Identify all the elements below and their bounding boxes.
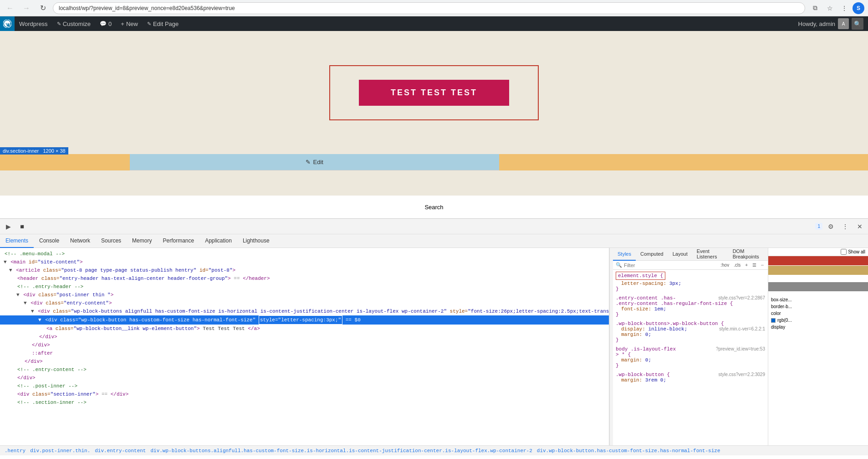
close-btn[interactable]: ✕ (853, 220, 866, 233)
triangle-icon[interactable] (31, 309, 34, 314)
dom-line: ::after (0, 349, 609, 357)
hov-btn[interactable]: :hov (719, 262, 730, 268)
dom-line: <div class="entry-content"> (0, 299, 609, 307)
tab-network[interactable]: Network (65, 234, 96, 248)
edit-button[interactable]: ✎ Edit (299, 159, 330, 165)
dom-line: <!-- .section-inner --> (0, 398, 609, 407)
add-style-btn[interactable]: + (744, 262, 749, 268)
preview-box: TEST TEST TEST (329, 65, 539, 120)
elements-panel[interactable]: <!-- .menu-modal --> <main id="site-cont… (0, 248, 609, 445)
triangle-icon[interactable] (38, 317, 41, 323)
triangle-icon[interactable] (24, 300, 27, 306)
edit-bar-container: ✎ Edit (0, 154, 868, 170)
cls-btn[interactable]: .cls (732, 262, 742, 268)
color-swatch (771, 318, 776, 323)
inspector-tool-btn[interactable]: ▶ (2, 220, 15, 233)
highlighted-rule: element.style { (616, 272, 665, 280)
dom-line: <!-- .post-inner --> (0, 382, 609, 390)
tab-styles[interactable]: Styles (613, 248, 636, 261)
tab-memory[interactable]: Memory (127, 234, 157, 248)
url-text: localhost/wp/?preview_id=8&preview_nonce… (59, 5, 235, 11)
style-rule-element: element.style { letter-spacing: 3px; } (616, 272, 765, 292)
dom-line-selected[interactable]: <div class="wp-block-button has-custom-f… (0, 315, 609, 325)
styles-panel-tabs: Styles Computed Layout Event Listeners D… (613, 248, 768, 261)
main-content: TEST TEST TEST div.section-inner 1200 × … (0, 31, 868, 154)
color-val-row: rgb(0... (768, 317, 868, 324)
dom-line: <div class="section-inner"> == </div> (0, 390, 609, 398)
bc-post-inner[interactable]: div.post-inner.thin. (28, 448, 92, 454)
tab-event-listeners[interactable]: Event Listeners (692, 248, 728, 261)
triangle-icon[interactable] (16, 292, 20, 298)
border-row: border-b... (768, 303, 868, 310)
browser-chrome: ← → ↻ localhost/wp/?preview_id=8&preview… (0, 0, 868, 16)
address-bar[interactable]: localhost/wp/?preview_id=8&preview_nonce… (53, 2, 805, 14)
edit-bar: ✎ Edit (130, 154, 499, 170)
howdy-text: Howdy, admin (798, 21, 835, 27)
customize-item[interactable]: ✎ Customize (52, 16, 95, 31)
scroll-indicator[interactable] (609, 248, 613, 445)
bc-entry-content[interactable]: div.entry-content (93, 448, 148, 454)
tab-elements[interactable]: Elements (0, 234, 34, 248)
customize-label: Customize (63, 21, 91, 27)
style-rule-wp-block-btn: .wp-block-button { style.css?ver=2.2:302… (616, 372, 765, 383)
show-all-checkbox[interactable] (841, 249, 847, 255)
tab-dom-breakpoints[interactable]: DOM Breakpoints (728, 248, 768, 261)
breadcrumb-bar: .hentry div.post-inner.thin. div.entry-c… (0, 445, 868, 455)
edit-pencil-icon: ✎ (306, 159, 311, 165)
tab-application[interactable]: Application (199, 234, 237, 248)
edit-page-item[interactable]: ✎ Edit Page (143, 16, 183, 31)
admin-avatar[interactable]: A (838, 18, 849, 29)
dom-line: <main id="site-content"> (0, 258, 609, 266)
dom-line: </div> (0, 374, 609, 382)
triangle-icon[interactable] (9, 268, 12, 273)
tab-console[interactable]: Console (34, 234, 65, 248)
bc-wp-button[interactable]: div.wp-block-button.has-custom-font-size… (535, 448, 722, 454)
wordpress-label: Wordpress (19, 21, 48, 27)
style-block: margin: 3rem 0; (616, 377, 765, 383)
filter-input[interactable] (624, 263, 717, 268)
menu-button[interactable]: ⋮ (838, 2, 851, 15)
bookmark-button[interactable]: ☆ (823, 2, 836, 15)
search-icon[interactable]: 🔍 (852, 18, 863, 30)
tab-layout[interactable]: Layout (668, 248, 692, 261)
bc-hentry[interactable]: .hentry (3, 448, 27, 454)
edit-page-label: Edit Page (153, 21, 179, 27)
box-size-row: box-size... (768, 296, 868, 303)
color-label: color (771, 311, 781, 316)
more-style-btn[interactable]: ☰ (751, 262, 758, 268)
show-all-row: Show all (768, 248, 868, 256)
new-item[interactable]: + New (116, 16, 143, 31)
test-button[interactable]: TEST TEST TEST (359, 80, 509, 106)
triangle-icon[interactable] (4, 259, 7, 265)
tab-performance[interactable]: Performance (157, 234, 199, 248)
copy-style-btn[interactable]: ⎓ (760, 262, 765, 268)
forward-button[interactable]: → (20, 2, 33, 15)
device-tool-btn[interactable]: ◾ (15, 220, 28, 233)
more-tools-btn[interactable]: ⋮ (839, 220, 852, 233)
profile-avatar[interactable]: S (853, 2, 864, 14)
tab-sources[interactable]: Sources (96, 234, 127, 248)
extensions-button[interactable]: ⧉ (809, 2, 822, 15)
edit-bar-right-orange (499, 154, 868, 170)
browser-icons: ⧉ ☆ ⋮ S (809, 2, 864, 15)
comments-item[interactable]: 💬 0 (95, 16, 116, 31)
wordpress-item[interactable]: Wordpress (15, 16, 52, 31)
back-button[interactable]: ← (4, 2, 16, 15)
settings-btn[interactable]: ⚙ (824, 220, 837, 233)
tab-computed[interactable]: Computed (636, 248, 668, 261)
display-label: display (771, 325, 785, 330)
wp-admin-bar: Wordpress ✎ Customize 💬 0 + New ✎ Edit P… (0, 16, 868, 31)
div-label: div.section-inner 1200 × 38 (0, 147, 68, 155)
dom-line: <!-- .menu-modal --> (0, 250, 609, 258)
comments-label: 0 (108, 21, 112, 27)
dom-line: <div class="wp-block-buttons alignfull h… (0, 307, 609, 315)
styles-content: element.style { letter-spacing: 3px; } .… (613, 270, 768, 445)
bc-wp-buttons[interactable]: div.wp-block-buttons.alignfull.has-custo… (148, 448, 534, 454)
reload-button[interactable]: ↻ (36, 2, 49, 15)
search-area: Search (0, 196, 868, 218)
wp-logo[interactable] (0, 16, 15, 31)
tab-lighthouse[interactable]: Lighthouse (237, 234, 275, 248)
below-edit-content (0, 170, 868, 196)
filter-icon: 🔍 (616, 262, 622, 268)
box-size-label: box-size... (771, 297, 792, 302)
